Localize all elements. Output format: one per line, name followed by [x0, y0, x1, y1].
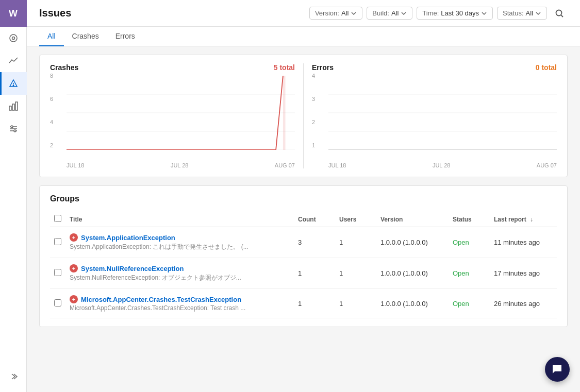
svg-point-0 [10, 35, 17, 42]
chevron-down-icon [401, 10, 407, 16]
svg-point-12 [556, 10, 562, 15]
tab-all[interactable]: All [39, 27, 64, 46]
sidebar-item-issues[interactable] [0, 72, 27, 95]
status-col-header: Status [449, 212, 490, 227]
chevron-down-icon [535, 10, 541, 16]
svg-point-3 [13, 85, 14, 86]
version-filter[interactable]: Version: All [309, 7, 362, 20]
x-label-aug07: AUG 07 [537, 162, 557, 168]
errors-total: 0 total [536, 63, 557, 72]
issue-subtitle-2: Microsoft.AppCenter.Crashes.TestCrashExc… [70, 304, 290, 312]
last-report-header-label: Last report [494, 216, 526, 223]
row-status-1: Open [449, 258, 490, 289]
row-checkbox-cell [50, 289, 65, 318]
sidebar-item-overview[interactable] [0, 27, 27, 49]
select-all-col [50, 212, 65, 227]
x-label-aug07: AUG 07 [275, 162, 295, 168]
groups-panel: Groups Title Count Users [39, 185, 568, 327]
crashes-chart-section: Crashes 5 total 8 6 4 2 [50, 63, 304, 168]
row-title-cell: + System.NullReferenceException System.N… [65, 258, 294, 289]
row-count-2: 1 [294, 289, 335, 318]
charts-panel: Crashes 5 total 8 6 4 2 [39, 55, 568, 177]
build-filter-label: Build: [372, 9, 389, 17]
crashes-chart-svg [67, 76, 295, 150]
table-row: + System.NullReferenceException System.N… [50, 258, 557, 289]
main-content: Issues Version: All Build: All Time: Las… [27, 0, 580, 392]
svg-line-13 [561, 15, 564, 17]
table-row: + System.ApplicationException System.App… [50, 227, 557, 258]
row-status-2: Open [449, 289, 490, 318]
table-row: + Microsoft.AppCenter.Crashes.TestCrashE… [50, 289, 557, 318]
y-label-4: 4 [50, 119, 53, 125]
users-col-header: Users [335, 212, 376, 227]
svg-point-10 [11, 126, 13, 128]
status-filter[interactable]: Status: All [497, 7, 547, 20]
errors-chart-section: Errors 0 total 4 3 2 1 [304, 63, 557, 168]
last-report-col-header[interactable]: Last report ↓ [490, 212, 557, 227]
row-count-1: 1 [294, 258, 335, 289]
search-icon [555, 9, 564, 18]
row-checkbox-1[interactable] [54, 269, 61, 276]
errors-chart-area: 4 3 2 1 JU [312, 76, 557, 168]
row-last-report-2: 26 minutes ago [490, 289, 557, 318]
row-checkbox-0[interactable] [54, 238, 61, 245]
sidebar-item-settings[interactable] [0, 117, 27, 140]
issue-title-0[interactable]: + System.ApplicationException [70, 233, 290, 242]
svg-rect-5 [12, 104, 14, 110]
crashes-chart-title: Crashes [50, 63, 78, 72]
row-users-0: 1 [335, 227, 376, 258]
version-filter-value: All [341, 9, 349, 17]
tab-errors[interactable]: Errors [107, 27, 143, 46]
crash-icon-2: + [70, 295, 78, 303]
row-status-0: Open [449, 227, 490, 258]
row-version-0: 1.0.0.0 (1.0.0.0) [376, 227, 449, 258]
sidebar: W [0, 0, 27, 392]
status-filter-label: Status: [503, 9, 523, 17]
x-label-jul28: JUL 28 [171, 162, 188, 168]
time-filter-label: Time: [422, 9, 439, 17]
row-checkbox-2[interactable] [54, 299, 61, 306]
row-checkbox-cell [50, 227, 65, 258]
tabs-bar: All Crashes Errors [27, 27, 580, 46]
tab-crashes[interactable]: Crashes [64, 27, 107, 46]
time-filter-value: Last 30 days [441, 9, 479, 17]
sidebar-item-analytics[interactable] [0, 49, 27, 72]
users-header-label: Users [339, 216, 356, 223]
issue-title-2[interactable]: + Microsoft.AppCenter.Crashes.TestCrashE… [70, 295, 290, 303]
svg-rect-4 [9, 106, 11, 110]
row-title-cell: + Microsoft.AppCenter.Crashes.TestCrashE… [65, 289, 294, 318]
sort-icon: ↓ [530, 216, 533, 223]
row-last-report-0: 11 minutes ago [490, 227, 557, 258]
crashes-total: 5 total [274, 63, 295, 72]
select-all-checkbox[interactable] [54, 215, 61, 222]
y-label-8: 8 [50, 73, 53, 79]
build-filter[interactable]: Build: All [367, 7, 412, 20]
row-version-1: 1.0.0.0 (1.0.0.0) [376, 258, 449, 289]
y-label-4: 4 [312, 73, 315, 79]
sidebar-item-metrics[interactable] [0, 95, 27, 117]
crash-icon-0: + [70, 233, 78, 242]
version-header-label: Version [380, 216, 403, 223]
errors-chart-title: Errors [312, 63, 334, 72]
logo-letter: W [9, 8, 18, 19]
errors-chart-header: Errors 0 total [312, 63, 557, 72]
time-filter[interactable]: Time: Last 30 days [417, 7, 493, 20]
crashes-chart-header: Crashes 5 total [50, 63, 295, 72]
svg-rect-6 [15, 102, 18, 110]
errors-x-labels: JUL 18 JUL 28 AUG 07 [328, 162, 557, 168]
chat-button[interactable] [545, 357, 570, 382]
issue-title-1[interactable]: + System.NullReferenceException [70, 264, 290, 272]
issue-subtitle-0: System.ApplicationException: これは手動で発生させま… [70, 243, 290, 251]
status-header-label: Status [453, 216, 472, 223]
y-label-2: 2 [50, 142, 53, 148]
y-label-3: 3 [312, 96, 315, 102]
search-button[interactable] [551, 5, 568, 22]
page-title: Issues [39, 7, 309, 19]
row-title-cell: + System.ApplicationException System.App… [65, 227, 294, 258]
sidebar-expand-icon[interactable] [0, 365, 27, 388]
issues-table: Title Count Users Version Status [50, 212, 557, 318]
x-label-jul18: JUL 18 [328, 162, 346, 168]
header: Issues Version: All Build: All Time: Las… [27, 0, 580, 27]
app-logo[interactable]: W [0, 0, 27, 27]
header-filters: Version: All Build: All Time: Last 30 da… [309, 5, 568, 22]
